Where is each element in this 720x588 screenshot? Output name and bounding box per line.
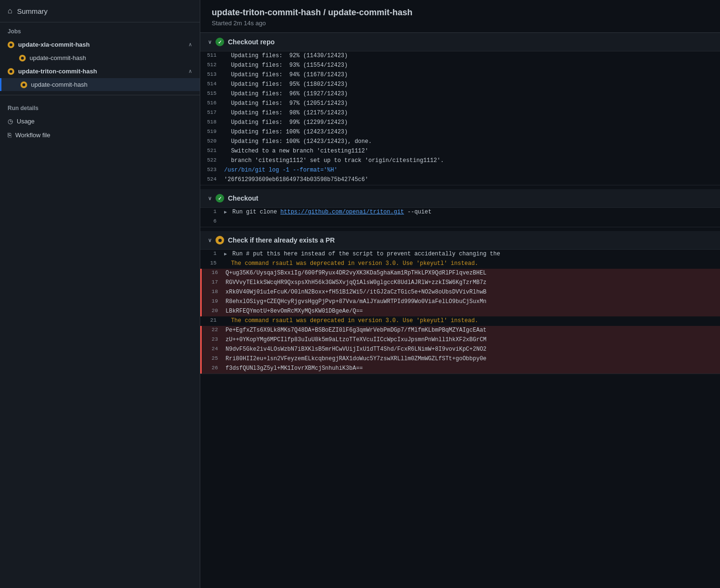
log-line[interactable]: 523 /usr/bin/git log -1 --format='%H'	[200, 166, 720, 175]
line-content: Updating files: 100% (12423/12423), done…	[224, 138, 720, 145]
job-status-triton	[8, 68, 14, 75]
log-line-highlighted[interactable]: 25 Rri80HII2eu+lsn2VFeyzemELkcqbnegjRAX1…	[200, 355, 720, 364]
section-header-checkout-repo[interactable]: ∨ ✓ Checkout repo	[200, 33, 720, 51]
log-line-highlighted[interactable]: 20 LBkRFEQYmotU+8evOmRcMXyMQsKW01DBgeAe/…	[200, 307, 720, 316]
job-item-triton[interactable]: update-triton-commit-hash ∧	[0, 64, 200, 78]
log-line[interactable]: 518 Updating files: 99% (12299/12423)	[200, 118, 720, 128]
log-body-checkout: 1 ▶ Run git clone https://github.com/ope…	[200, 208, 720, 227]
usage-link[interactable]: ◷ Usage	[0, 114, 200, 128]
line-number: 17	[202, 279, 226, 285]
page-title: update-triton-commit-hash / update-commi…	[212, 8, 709, 18]
line-content: N9dvF5Gke2iv4LOsWzbN7iBXKlsB5mrHCwVUijIx…	[226, 345, 720, 353]
log-line[interactable]: 522 branch 'citesting1112' set up to tra…	[200, 156, 720, 166]
log-line[interactable]: 520 Updating files: 100% (12423/12423), …	[200, 137, 720, 147]
status-icon-checkout-repo: ✓	[216, 38, 224, 46]
line-content: Updating files: 97% (12051/12423)	[224, 100, 720, 107]
line-number: 522	[200, 157, 224, 163]
log-line-highlighted[interactable]: 16 Q+ug35K6/UysqajSBxxiIg/600f9Ryux4DR2v…	[200, 269, 720, 278]
job-name-triton: update-triton-commit-hash	[18, 68, 97, 75]
job-name-xla: update-xla-commit-hash	[18, 41, 90, 48]
line-number: 15	[200, 260, 224, 266]
file-icon: ⎘	[8, 132, 11, 139]
chevron-icon-xla: ∧	[188, 41, 192, 48]
triangle-icon: ▶	[224, 252, 227, 257]
log-line-highlighted[interactable]: 19 R8ehxlOSiyg+CZEQHcyRjgvsHggPjPvp+87Vv…	[200, 297, 720, 307]
line-number: 514	[200, 81, 224, 87]
page-subtitle: Started 2m 14s ago	[212, 20, 709, 27]
line-number: 513	[200, 71, 224, 77]
line-number: 1	[200, 208, 224, 214]
log-line[interactable]: 519 Updating files: 100% (12423/12423)	[200, 128, 720, 137]
log-line-highlighted[interactable]: 18 xRk0V40Wj01u1eFcuK/O0lnN2Boxx+fH51B12…	[200, 288, 720, 297]
summary-link[interactable]: ⌂ Summary	[0, 0, 200, 22]
sub-job-status-triton	[21, 81, 27, 88]
sub-job-triton-commit[interactable]: update-commit-hash	[0, 78, 200, 91]
chevron-icon-triton: ∧	[188, 68, 192, 74]
line-content: Updating files: 100% (12423/12423)	[224, 128, 720, 136]
log-line[interactable]: 21 The command rsautl was deprecated in …	[200, 316, 720, 326]
line-content: Q+ug35K6/UysqajSBxxiIg/600f9Ryux4DR2vyXK…	[226, 269, 720, 277]
summary-label: Summary	[17, 7, 48, 15]
line-content: Updating files: 98% (12175/12423)	[224, 109, 720, 117]
line-content: xRk0V40Wj01u1eFcuK/O0lnN2Boxx+fH51B12Wi5…	[226, 288, 720, 296]
line-number: 21	[200, 317, 224, 323]
log-line[interactable]: 1 ▶ Run # put this here instead of the s…	[200, 250, 720, 259]
log-line-highlighted[interactable]: 23 zU++0YKopYMg6MPCIlfp83uIuU8k5m9aLtzoT…	[200, 335, 720, 345]
line-content: '26f612993609eb618649734b03598b75b42745c…	[224, 176, 720, 183]
usage-label: Usage	[17, 118, 35, 125]
job-item-xla[interactable]: update-xla-commit-hash ∧	[0, 38, 200, 51]
log-line[interactable]: 513 Updating files: 94% (11678/12423)	[200, 71, 720, 80]
line-number: 520	[200, 138, 224, 144]
line-content: The command rsautl was deprecated in ver…	[224, 260, 720, 267]
triton-git-link[interactable]: https://github.com/openai/triton.git	[280, 209, 404, 215]
line-number: 523	[200, 166, 224, 172]
log-body-checkout-repo: 511 Updating files: 92% (11430/12423) 51…	[200, 51, 720, 185]
log-line[interactable]: 515 Updating files: 96% (11927/12423)	[200, 90, 720, 99]
line-number: 22	[202, 326, 226, 333]
log-line-highlighted[interactable]: 24 N9dvF5Gke2iv4LOsWzbN7iBXKlsB5mrHCwVUi…	[200, 345, 720, 355]
section-checkout-repo: ∨ ✓ Checkout repo 511 Updating files: 92…	[200, 33, 720, 185]
log-line-highlighted[interactable]: 22 Pe+EgfxZTs6X9Lk8MKs7Q48DA+BSBoEZI0lF6…	[200, 326, 720, 335]
sidebar-divider	[0, 95, 200, 95]
line-content: ▶ Run # put this here instead of the scr…	[224, 250, 720, 258]
line-content: RGVVvyTElkkSWcqHR9QxspsXhH56k3GWSXvjqQ1A…	[226, 279, 720, 286]
section-header-checkout[interactable]: ∨ ✓ Checkout	[200, 189, 720, 208]
line-content: Updating files: 93% (11554/12423)	[224, 61, 720, 69]
log-line[interactable]: 514 Updating files: 95% (11802/12423)	[200, 80, 720, 90]
line-number: 524	[200, 176, 224, 182]
line-content: LBkRFEQYmotU+8evOmRcMXyMQsKW01DBgeAe/Q==	[226, 307, 720, 315]
sub-job-xla-commit[interactable]: update-commit-hash	[0, 51, 200, 64]
line-number: 23	[202, 336, 226, 342]
line-number: 20	[202, 307, 226, 314]
line-content: The command rsautl was deprecated in ver…	[224, 317, 720, 324]
sub-job-status-xla	[19, 55, 26, 61]
log-line[interactable]: 511 Updating files: 92% (11430/12423)	[200, 51, 720, 61]
log-line[interactable]: 512 Updating files: 93% (11554/12423)	[200, 61, 720, 71]
log-line[interactable]: 15 The command rsautl was deprecated in …	[200, 259, 720, 269]
log-line-highlighted[interactable]: 17 RGVVvyTElkkSWcqHR9QxspsXhH56k3GWSXvjq…	[200, 278, 720, 288]
chevron-checkout-repo: ∨	[208, 39, 212, 45]
log-line[interactable]: 524 '26f612993609eb618649734b03598b75b42…	[200, 175, 720, 185]
workflow-file-label: Workflow file	[15, 132, 50, 139]
workflow-file-link[interactable]: ⎘ Workflow file	[0, 128, 200, 142]
log-line-highlighted[interactable]: 26 f3dsfQUNl3gZ5yl+MK1IovrXBMcjSnhuhiK3b…	[200, 364, 720, 374]
line-content: branch 'citesting1112' set up to track '…	[224, 157, 720, 164]
jobs-section-label: Jobs	[0, 22, 200, 38]
line-content: Updating files: 96% (11927/12423)	[224, 90, 720, 98]
chevron-checkout: ∨	[208, 195, 212, 202]
line-number: 512	[200, 61, 224, 68]
clock-icon: ◷	[8, 118, 13, 125]
log-line[interactable]: 516 Updating files: 97% (12051/12423)	[200, 99, 720, 109]
section-title-check-pr: Check if there already exists a PR	[228, 236, 335, 244]
log-line[interactable]: 517 Updating files: 98% (12175/12423)	[200, 109, 720, 118]
line-content: Updating files: 94% (11678/12423)	[224, 71, 720, 79]
section-header-check-pr[interactable]: ∨ Check if there already exists a PR	[200, 231, 720, 250]
status-icon-check-pr	[216, 236, 224, 244]
sidebar: ⌂ Summary Jobs update-xla-commit-hash ∧ …	[0, 0, 200, 588]
line-number: 26	[202, 365, 226, 371]
log-line[interactable]: 521 Switched to a new branch 'citesting1…	[200, 147, 720, 156]
line-content: Rri80HII2eu+lsn2VFeyzemELkcqbnegjRAX1doW…	[226, 355, 720, 363]
line-content: Pe+EgfxZTs6X9Lk8MKs7Q48DA+BSBoEZI0lF6g3q…	[226, 326, 720, 334]
log-line[interactable]: 1 ▶ Run git clone https://github.com/ope…	[200, 208, 720, 217]
log-line[interactable]: 6	[200, 217, 720, 227]
